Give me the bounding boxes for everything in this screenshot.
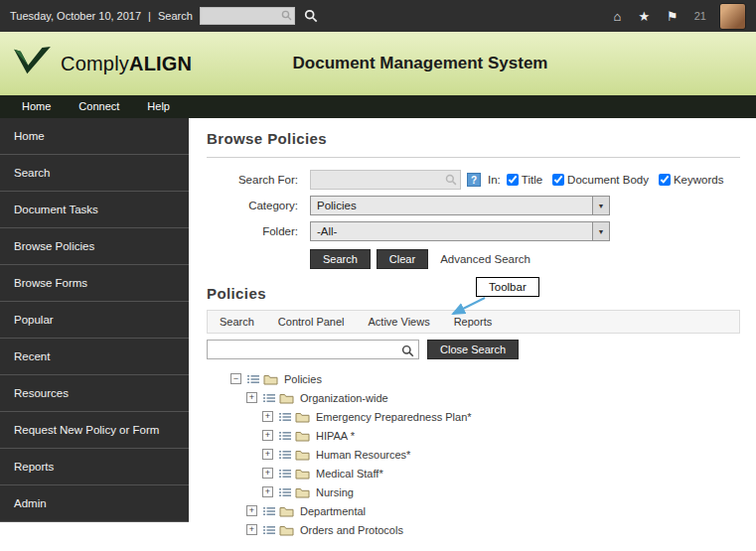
app-logo[interactable]: ComplyALIGN bbox=[0, 46, 192, 81]
sidebar-item[interactable]: Admin bbox=[0, 485, 189, 522]
chevron-down-icon: ▼ bbox=[592, 197, 609, 214]
sidebar-item[interactable]: Reports bbox=[0, 449, 189, 485]
folder-icon bbox=[295, 411, 310, 423]
list-icon[interactable] bbox=[263, 506, 275, 516]
folder-label: Folder: bbox=[217, 225, 298, 237]
tree-row: + Organization-wide bbox=[246, 388, 740, 407]
folder-icon bbox=[279, 524, 294, 536]
home-icon[interactable]: ⌂ bbox=[614, 9, 622, 24]
page-title: Browse Policies bbox=[207, 130, 740, 147]
filter-checkbox-label: Document Body bbox=[567, 174, 649, 186]
tree-item-label[interactable]: Orders and Protocols bbox=[300, 524, 403, 536]
app-header: ComplyALIGN Document Management System bbox=[0, 32, 756, 95]
expander-icon[interactable]: + bbox=[262, 411, 273, 422]
list-icon[interactable] bbox=[279, 412, 291, 422]
expander-icon[interactable]: + bbox=[262, 449, 273, 460]
flag-icon[interactable]: ⚑ bbox=[667, 9, 679, 24]
category-label: Category: bbox=[217, 200, 298, 211]
tree-item-label[interactable]: Departmental bbox=[300, 505, 366, 517]
close-search-button[interactable]: Close Search bbox=[427, 340, 519, 359]
search-icon[interactable] bbox=[401, 344, 414, 361]
expander-icon[interactable]: − bbox=[230, 373, 241, 384]
filter-checkboxes: Title Document Body Keywords bbox=[507, 174, 734, 186]
sidebar-item[interactable]: Browse Forms bbox=[0, 265, 189, 302]
advanced-search-link[interactable]: Advanced Search bbox=[440, 253, 530, 265]
toolbar-item[interactable]: Search bbox=[208, 316, 266, 328]
expander-icon[interactable]: + bbox=[262, 468, 273, 479]
filter-checkbox[interactable]: Title bbox=[507, 174, 542, 186]
search-icon[interactable] bbox=[304, 9, 318, 23]
divider: | bbox=[148, 10, 151, 22]
sidebar-item[interactable]: Recent bbox=[0, 339, 189, 375]
sidebar-item[interactable]: Search bbox=[0, 155, 189, 192]
category-select[interactable]: Policies ▼ bbox=[310, 196, 610, 215]
search-for-input[interactable] bbox=[310, 170, 461, 190]
app-title: Document Management System bbox=[293, 54, 548, 73]
filter-checkbox-input[interactable] bbox=[659, 174, 671, 186]
tree-item-label[interactable]: HIPAA * bbox=[316, 430, 355, 442]
expander-icon[interactable]: + bbox=[246, 524, 257, 535]
list-icon[interactable] bbox=[247, 374, 259, 384]
toolbar-item[interactable]: Active Views bbox=[357, 316, 442, 328]
filter-checkbox-label: Keywords bbox=[674, 174, 724, 186]
tree-item-label[interactable]: Human Resources* bbox=[316, 449, 410, 461]
list-icon[interactable] bbox=[279, 431, 291, 441]
date-text: Tuesday, October 10, 2017 bbox=[10, 10, 141, 22]
list-icon[interactable] bbox=[263, 525, 275, 535]
list-icon[interactable] bbox=[279, 469, 291, 479]
folder-select-value: -All- bbox=[317, 225, 337, 237]
sidebar-item[interactable]: Browse Policies bbox=[0, 228, 189, 265]
sidebar: HomeSearchDocument TasksBrowse PoliciesB… bbox=[0, 118, 189, 522]
menu-item[interactable]: Help bbox=[133, 95, 184, 118]
browse-search-form: Search For: ? In: Title Do bbox=[217, 170, 740, 269]
search-button[interactable]: Search bbox=[310, 249, 371, 269]
menu-item[interactable]: Connect bbox=[65, 95, 133, 118]
sidebar-item[interactable]: Popular bbox=[0, 302, 189, 339]
sidebar-item[interactable]: Resources bbox=[0, 375, 189, 412]
toolbar-item[interactable]: Control Panel bbox=[266, 316, 357, 328]
content: HomeSearchDocument TasksBrowse PoliciesB… bbox=[0, 118, 756, 551]
search-for-label: Search For: bbox=[217, 174, 298, 186]
tree-row: + Human Resources* bbox=[262, 445, 740, 464]
expander-icon[interactable]: + bbox=[246, 505, 257, 516]
tree-item-label[interactable]: Policies bbox=[284, 373, 322, 385]
folder-icon bbox=[263, 373, 278, 385]
notification-count: 21 bbox=[694, 10, 706, 22]
sidebar-item[interactable]: Document Tasks bbox=[0, 192, 189, 228]
tree-row: + Orders and Protocols bbox=[246, 520, 740, 539]
filter-checkbox[interactable]: Document Body bbox=[552, 174, 649, 186]
list-icon[interactable] bbox=[279, 487, 291, 497]
star-icon[interactable]: ★ bbox=[638, 9, 650, 24]
tree-row: + Nursing bbox=[262, 482, 740, 501]
filter-checkbox-input[interactable] bbox=[507, 174, 519, 186]
help-icon[interactable]: ? bbox=[467, 173, 481, 187]
tree-item-label[interactable]: Medical Staff* bbox=[316, 468, 383, 480]
tree-search-input[interactable] bbox=[207, 340, 419, 359]
folder-select[interactable]: -All- ▼ bbox=[310, 221, 610, 241]
policies-tree: − Policies + Organization-wide + Emergen… bbox=[207, 369, 740, 539]
filter-checkbox[interactable]: Keywords bbox=[659, 174, 724, 186]
list-icon[interactable] bbox=[279, 450, 291, 460]
tree-item-label[interactable]: Nursing bbox=[316, 486, 354, 498]
sidebar-item[interactable]: Home bbox=[0, 118, 189, 155]
user-avatar[interactable] bbox=[719, 3, 746, 30]
tree-search-row: Close Search bbox=[207, 340, 740, 359]
folder-icon bbox=[295, 449, 310, 461]
filter-checkbox-input[interactable] bbox=[552, 174, 564, 186]
expander-icon[interactable]: + bbox=[262, 486, 273, 497]
menu-bar: HomeConnectHelp bbox=[0, 95, 756, 118]
main-panel: Browse Policies Search For: ? In: bbox=[189, 118, 756, 551]
menu-item[interactable]: Home bbox=[8, 95, 65, 118]
sidebar-item[interactable]: Request New Policy or Form bbox=[0, 412, 189, 449]
expander-icon[interactable]: + bbox=[262, 430, 273, 441]
clear-button[interactable]: Clear bbox=[377, 249, 428, 269]
tree-item-label[interactable]: Emergency Preparedness Plan* bbox=[316, 411, 472, 423]
folder-row: Folder: -All- ▼ bbox=[217, 221, 740, 241]
tree-item-label[interactable]: Organization-wide bbox=[300, 392, 388, 404]
topbar-search-label: Search bbox=[158, 10, 193, 22]
search-for-row: Search For: ? In: Title Do bbox=[217, 170, 740, 190]
list-icon[interactable] bbox=[263, 393, 275, 403]
folder-icon bbox=[295, 468, 310, 480]
category-row: Category: Policies ▼ bbox=[217, 196, 740, 215]
expander-icon[interactable]: + bbox=[246, 392, 257, 403]
